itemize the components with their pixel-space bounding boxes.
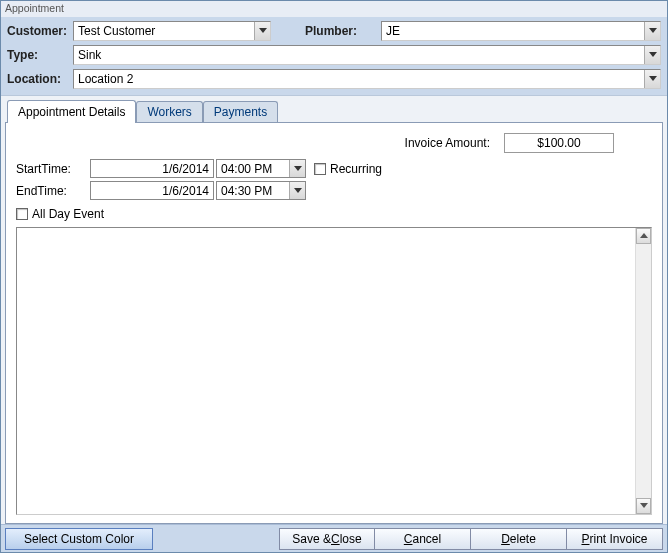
tab-panel-details: Invoice Amount: $100.00 StartTime: 1/6/2… — [5, 122, 663, 524]
start-time-label: StartTime: — [16, 162, 88, 176]
customer-value: Test Customer — [74, 22, 254, 40]
chevron-down-icon[interactable] — [644, 46, 660, 64]
tab-workers[interactable]: Workers — [136, 101, 202, 122]
appointment-window: Appointment Customer: Test Customer Plum… — [0, 0, 668, 553]
end-date-field[interactable]: 1/6/2014 — [90, 181, 214, 200]
chevron-down-icon[interactable] — [644, 22, 660, 40]
type-dropdown[interactable]: Sink — [73, 45, 661, 65]
chevron-down-icon[interactable] — [644, 70, 660, 88]
location-label: Location: — [7, 72, 69, 86]
tab-appointment-details[interactable]: Appointment Details — [7, 100, 136, 123]
start-time-dropdown[interactable]: 04:00 PM — [216, 159, 306, 178]
location-dropdown[interactable]: Location 2 — [73, 69, 661, 89]
start-time-value: 04:00 PM — [217, 160, 289, 177]
footer-bar: Select Custom Color Save & Close Cancel … — [1, 524, 667, 552]
plumber-label: Plumber: — [305, 24, 357, 38]
tab-payments[interactable]: Payments — [203, 101, 278, 122]
end-time-value: 04:30 PM — [217, 182, 289, 199]
notes-textarea[interactable] — [16, 227, 652, 515]
all-day-checkbox[interactable] — [16, 208, 28, 220]
recurring-checkbox[interactable] — [314, 163, 326, 175]
type-value: Sink — [74, 46, 644, 64]
window-title: Appointment — [1, 1, 667, 17]
chevron-down-icon[interactable] — [254, 22, 270, 40]
print-invoice-button[interactable]: Print Invoice — [567, 528, 663, 550]
chevron-down-icon[interactable] — [289, 182, 305, 199]
delete-button[interactable]: Delete — [471, 528, 567, 550]
start-date-field[interactable]: 1/6/2014 — [90, 159, 214, 178]
plumber-value: JE — [382, 22, 644, 40]
recurring-label: Recurring — [330, 162, 382, 176]
type-label: Type: — [7, 48, 69, 62]
all-day-label: All Day Event — [32, 207, 104, 221]
header-form: Customer: Test Customer Plumber: JE Type… — [1, 17, 667, 96]
end-time-dropdown[interactable]: 04:30 PM — [216, 181, 306, 200]
save-and-close-button[interactable]: Save & Close — [279, 528, 375, 550]
tab-strip: Appointment Details Workers Payments — [5, 100, 663, 122]
select-custom-color-button[interactable]: Select Custom Color — [5, 528, 153, 550]
customer-dropdown[interactable]: Test Customer — [73, 21, 271, 41]
cancel-button[interactable]: Cancel — [375, 528, 471, 550]
location-value: Location 2 — [74, 70, 644, 88]
scroll-up-icon[interactable] — [636, 228, 651, 244]
vertical-scrollbar[interactable] — [635, 228, 651, 514]
footer-button-group: Save & Close Cancel Delete Print Invoice — [279, 528, 663, 550]
invoice-amount-field[interactable]: $100.00 — [504, 133, 614, 153]
chevron-down-icon[interactable] — [289, 160, 305, 177]
plumber-dropdown[interactable]: JE — [381, 21, 661, 41]
end-time-label: EndTime: — [16, 184, 88, 198]
scroll-down-icon[interactable] — [636, 498, 651, 514]
customer-label: Customer: — [7, 24, 69, 38]
invoice-amount-label: Invoice Amount: — [405, 136, 490, 150]
tabs-container: Appointment Details Workers Payments Inv… — [1, 96, 667, 524]
